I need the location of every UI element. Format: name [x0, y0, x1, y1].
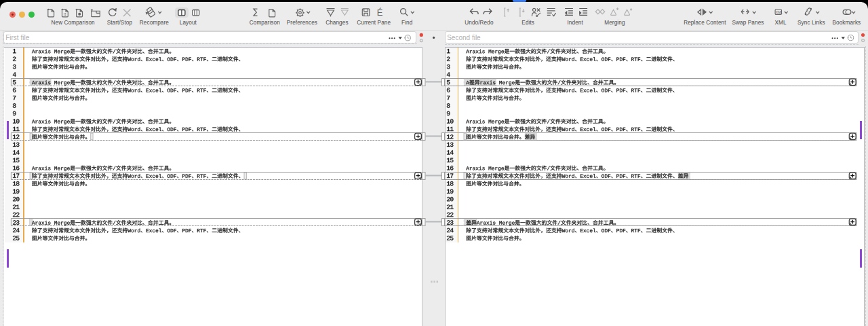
svg-text:É: É	[377, 7, 383, 18]
svg-text:XML: XML	[776, 11, 783, 14]
